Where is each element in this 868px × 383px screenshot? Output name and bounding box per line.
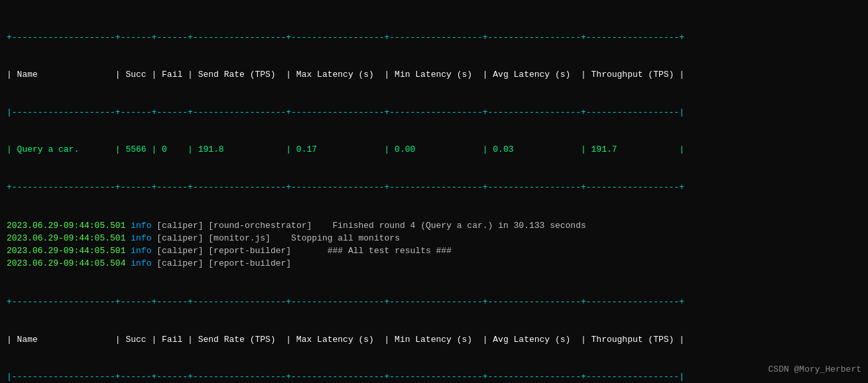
- table2: +--------------------+------+------+----…: [7, 272, 861, 383]
- log1-line1: 2023.06.29-09:44:05.501 info [caliper] […: [7, 220, 861, 233]
- log1-line4: 2023.06.29-09:44:05.504 info [caliper] […: [7, 258, 861, 270]
- table1: +--------------------+------+------+----…: [7, 7, 861, 219]
- table1-border-bot: +--------------------+------+------+----…: [7, 182, 861, 194]
- watermark: CSDN @Mory_Herbert: [769, 364, 861, 376]
- logs1-block: 2023.06.29-09:44:05.501 info [caliper] […: [7, 220, 861, 270]
- table1-row1: | Query a car. | 5566 | 0 | 191.8 | 0.17…: [7, 144, 861, 156]
- table2-border-mid: |--------------------+------+------+----…: [7, 371, 861, 383]
- table2-header: | Name | Succ | Fail | Send Rate (TPS) |…: [7, 334, 861, 347]
- table2-border-top: +--------------------+------+------+----…: [7, 296, 861, 309]
- table1-header: | Name | Succ | Fail | Send Rate (TPS) |…: [7, 69, 861, 82]
- table1-border-top: +--------------------+------+------+----…: [7, 32, 861, 44]
- terminal: +--------------------+------+------+----…: [7, 7, 861, 383]
- log1-line3: 2023.06.29-09:44:05.501 info [caliper] […: [7, 245, 861, 258]
- log1-line2: 2023.06.29-09:44:05.501 info [caliper] […: [7, 233, 861, 245]
- table1-border-mid: |--------------------+------+------+----…: [7, 107, 861, 119]
